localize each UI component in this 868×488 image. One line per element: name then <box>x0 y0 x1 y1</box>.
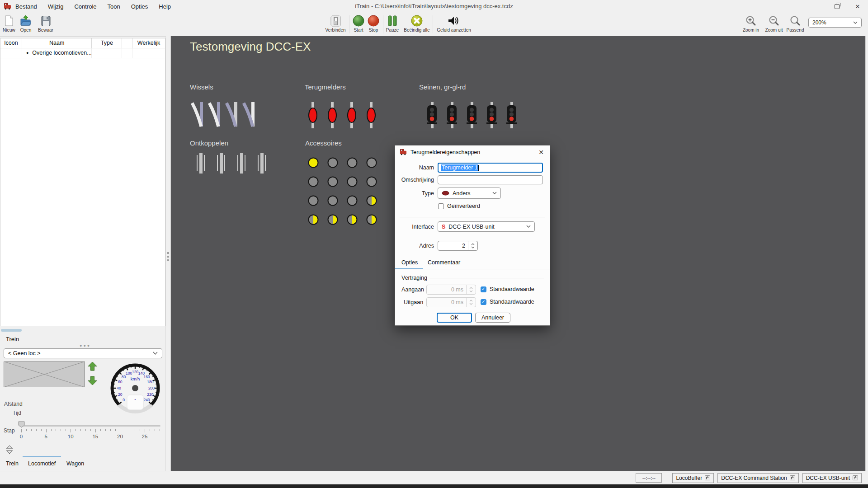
accessoire-off-icon[interactable] <box>308 195 319 206</box>
omschrijving-input[interactable] <box>438 175 543 184</box>
menu-item-wijzig[interactable]: Wijzig <box>48 3 64 10</box>
cancel-button[interactable]: Annuleer <box>475 313 510 323</box>
zoom-in-button[interactable]: Zoom in <box>741 14 761 33</box>
cell-naam: ●Overige locomotieven... <box>22 48 92 58</box>
step-slider-track[interactable] <box>19 425 160 427</box>
speed-down-button[interactable] <box>88 376 97 387</box>
adres-spinner[interactable]: 2 <box>438 241 478 251</box>
sein-icon[interactable] <box>446 102 458 130</box>
ontkoppelaar-icon[interactable] <box>216 153 226 175</box>
zoom-level-select[interactable]: 200% <box>808 18 862 28</box>
tab-locomotief[interactable]: Locomotief <box>28 460 56 467</box>
loc-selector-dropdown[interactable]: < Geen loc > <box>4 348 162 358</box>
ok-button[interactable]: OK <box>437 313 472 323</box>
ontkoppelaar-icon[interactable] <box>236 153 247 175</box>
column-header-extra[interactable] <box>122 38 132 48</box>
canvas-scrollbar[interactable] <box>865 36 868 471</box>
accessoire-off-icon[interactable] <box>327 157 338 168</box>
dialog-title: Terugmeldereigenschappen <box>410 149 533 155</box>
terugmelder-icon[interactable] <box>366 102 376 130</box>
sein-icon[interactable] <box>486 102 498 130</box>
tab-trein[interactable]: Trein <box>6 460 19 467</box>
column-header-Type[interactable]: Type <box>92 38 122 48</box>
column-header-Werkelijk[interactable]: Werkelijk <box>132 38 165 48</box>
connect-button[interactable]: Verbinden <box>324 14 347 33</box>
wissel-icon[interactable] <box>224 101 240 129</box>
accessoire-off-icon[interactable] <box>366 176 377 187</box>
ontkoppelaar-icon[interactable] <box>195 153 206 175</box>
accessoire-off-icon[interactable] <box>347 157 358 168</box>
panel-splitter[interactable] <box>165 36 171 471</box>
accessoire-off-icon[interactable] <box>327 176 338 187</box>
accessoire-half-icon[interactable] <box>366 214 377 225</box>
splitter-grip-icon[interactable] <box>167 252 170 261</box>
accessoire-off-icon[interactable] <box>347 195 358 206</box>
drag-grip-icon[interactable]: ●●● <box>80 343 91 348</box>
column-header-Icoon[interactable]: Icoon <box>0 38 22 48</box>
tab-wagon[interactable]: Wagon <box>66 460 84 467</box>
wissel-icon[interactable] <box>207 101 222 129</box>
menu-item-controle[interactable]: Controle <box>74 3 96 10</box>
accessoire-off-icon[interactable] <box>347 176 358 187</box>
wissel-icon[interactable] <box>190 101 205 129</box>
minimize-icon[interactable]: – <box>806 0 826 13</box>
table-row[interactable]: ●Overige locomotieven... <box>0 48 165 58</box>
terugmelder-icon[interactable] <box>308 102 318 130</box>
sein-icon[interactable] <box>505 102 518 130</box>
step-slider-thumb[interactable] <box>18 421 25 430</box>
speed-up-button[interactable] <box>88 361 97 373</box>
accessoire-off-icon[interactable] <box>308 176 319 187</box>
menu-item-opties[interactable]: Opties <box>131 3 148 10</box>
spinner-arrows-icon[interactable] <box>468 241 477 250</box>
ontkoppelaar-icon[interactable] <box>256 153 267 175</box>
pause-button[interactable]: Pauze <box>384 14 401 33</box>
sein-icon[interactable] <box>466 102 478 130</box>
accessoire-half-icon[interactable] <box>347 214 358 225</box>
uitgaan-default-checkbox[interactable]: ✓ <box>481 299 486 305</box>
restore-icon[interactable] <box>826 0 847 13</box>
wissel-icon[interactable] <box>241 101 257 129</box>
zoom-out-button[interactable]: Zoom uit <box>763 14 785 33</box>
terugmelder-icon[interactable] <box>347 102 357 130</box>
type-dropdown[interactable]: Anders <box>438 188 501 199</box>
interface-button-dcc-ex-command-station[interactable]: DCC-EX Command Station <box>717 473 798 483</box>
interface-button-dcc-ex-usb-unit[interactable]: DCC-EX USB-unit <box>802 473 862 483</box>
section-label-terugmelders: Terugmelders <box>305 83 346 91</box>
tab-commentaar[interactable]: Commentaar <box>428 259 460 266</box>
sein-icon[interactable] <box>426 102 438 130</box>
dialog-close-icon[interactable]: ✕ <box>537 149 545 156</box>
menu-bar: BestandWijzigControleToonOptiesHelp <box>15 0 171 13</box>
start-button[interactable]: Start <box>351 14 366 33</box>
column-header-Naam[interactable]: Naam <box>22 38 92 48</box>
new-button[interactable]: Nieuw <box>3 14 15 33</box>
menu-item-toon[interactable]: Toon <box>108 3 120 10</box>
afstand-label: Afstand <box>4 401 23 407</box>
menu-item-bestand[interactable]: Bestand <box>15 3 37 10</box>
end-all-button[interactable]: Beëindig alle <box>402 14 432 33</box>
split-toggle-icon[interactable] <box>6 445 13 456</box>
menu-item-help[interactable]: Help <box>159 3 171 10</box>
terugmelder-icon[interactable] <box>327 102 337 130</box>
tab-opties[interactable]: Opties <box>401 259 418 266</box>
accessoire-half-icon[interactable] <box>366 195 377 206</box>
accessoire-off-icon[interactable] <box>327 195 338 206</box>
save-button[interactable]: Bewaar <box>38 14 53 33</box>
close-icon[interactable]: ✕ <box>847 0 868 13</box>
geinverteerd-checkbox[interactable] <box>438 203 444 209</box>
interface-dropdown[interactable]: S DCC-EX USB-unit <box>438 221 535 232</box>
accessoire-half-icon[interactable] <box>308 214 319 225</box>
zoom-fit-button[interactable]: Passend <box>785 14 806 33</box>
accessoire-half-icon[interactable] <box>327 214 338 225</box>
aangaan-default-checkbox[interactable]: ✓ <box>481 286 486 292</box>
speedometer-gauge[interactable]: 020406080100120140160180200220240km/h-- <box>107 360 163 418</box>
interface-button-locobuffer[interactable]: LocoBuffer <box>672 473 714 483</box>
scrollbar-thumb[interactable] <box>1 329 22 332</box>
sound-button[interactable]: Geluid aanzetten <box>435 14 473 33</box>
accessoire-on-icon[interactable] <box>308 157 319 168</box>
naam-input[interactable]: Terugmelder 1 <box>438 163 543 173</box>
horizontal-scrollbar[interactable] <box>0 328 165 333</box>
dialog-title-bar[interactable]: Terugmeldereigenschappen ✕ <box>395 145 550 159</box>
open-button[interactable]: Open <box>20 14 32 33</box>
stop-button[interactable]: Stop <box>366 14 381 33</box>
accessoire-off-icon[interactable] <box>366 157 377 168</box>
